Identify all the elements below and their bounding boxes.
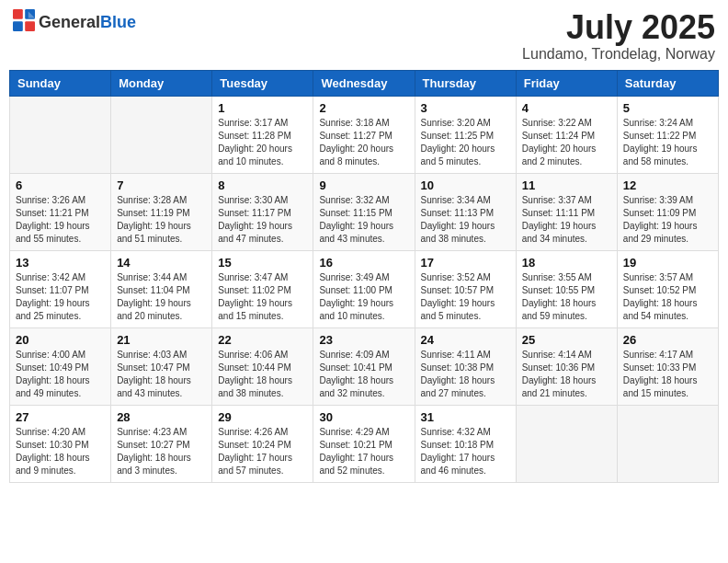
calendar-day-16: 16Sunrise: 3:49 AM Sunset: 11:00 PM Dayl… bbox=[313, 250, 415, 327]
calendar-day-13: 13Sunrise: 3:42 AM Sunset: 11:07 PM Dayl… bbox=[10, 250, 111, 327]
calendar-week-row: 20Sunrise: 4:00 AM Sunset: 10:49 PM Dayl… bbox=[10, 327, 719, 405]
logo-blue: Blue bbox=[100, 13, 136, 31]
day-number: 26 bbox=[623, 333, 712, 347]
day-number: 23 bbox=[319, 333, 408, 347]
calendar-week-row: 27Sunrise: 4:20 AM Sunset: 10:30 PM Dayl… bbox=[10, 405, 719, 482]
calendar-day-12: 12Sunrise: 3:39 AM Sunset: 11:09 PM Dayl… bbox=[617, 173, 718, 250]
calendar-empty-cell bbox=[516, 405, 617, 482]
calendar-empty-cell bbox=[10, 96, 111, 173]
day-number: 31 bbox=[421, 410, 510, 424]
location-title: Lundamo, Trondelag, Norway bbox=[522, 46, 715, 63]
calendar-day-26: 26Sunrise: 4:17 AM Sunset: 10:33 PM Dayl… bbox=[617, 327, 718, 405]
calendar-empty-cell bbox=[617, 405, 718, 482]
day-number: 18 bbox=[522, 256, 611, 270]
day-number: 9 bbox=[319, 178, 408, 192]
logo-icon bbox=[13, 9, 35, 35]
calendar-day-2: 2Sunrise: 3:18 AM Sunset: 11:27 PM Dayli… bbox=[313, 96, 415, 173]
day-info: Sunrise: 3:32 AM Sunset: 11:15 PM Daylig… bbox=[319, 194, 408, 246]
day-number: 15 bbox=[218, 256, 307, 270]
day-number: 20 bbox=[16, 333, 105, 347]
day-info: Sunrise: 4:26 AM Sunset: 10:24 PM Daylig… bbox=[218, 426, 307, 477]
day-info: Sunrise: 4:29 AM Sunset: 10:21 PM Daylig… bbox=[319, 426, 408, 477]
calendar-day-23: 23Sunrise: 4:09 AM Sunset: 10:41 PM Dayl… bbox=[313, 327, 415, 405]
title-area: July 2025 Lundamo, Trondelag, Norway bbox=[522, 9, 715, 63]
calendar-day-6: 6Sunrise: 3:26 AM Sunset: 11:21 PM Dayli… bbox=[10, 173, 111, 250]
day-info: Sunrise: 3:30 AM Sunset: 11:17 PM Daylig… bbox=[218, 194, 307, 246]
calendar-empty-cell bbox=[111, 96, 212, 173]
day-number: 28 bbox=[117, 410, 206, 424]
calendar-day-9: 9Sunrise: 3:32 AM Sunset: 11:15 PM Dayli… bbox=[313, 173, 415, 250]
day-number: 11 bbox=[522, 178, 611, 192]
logo: GeneralBlue bbox=[13, 9, 136, 35]
calendar-header-wednesday: Wednesday bbox=[313, 70, 415, 96]
calendar-week-row: 13Sunrise: 3:42 AM Sunset: 11:07 PM Dayl… bbox=[10, 250, 719, 327]
calendar-day-31: 31Sunrise: 4:32 AM Sunset: 10:18 PM Dayl… bbox=[415, 405, 516, 482]
day-info: Sunrise: 3:55 AM Sunset: 10:55 PM Daylig… bbox=[522, 271, 611, 323]
day-info: Sunrise: 4:32 AM Sunset: 10:18 PM Daylig… bbox=[421, 426, 510, 477]
day-number: 6 bbox=[16, 178, 105, 192]
calendar-day-14: 14Sunrise: 3:44 AM Sunset: 11:04 PM Dayl… bbox=[111, 250, 212, 327]
month-title: July 2025 bbox=[522, 9, 715, 46]
day-info: Sunrise: 3:17 AM Sunset: 11:28 PM Daylig… bbox=[218, 117, 307, 168]
day-info: Sunrise: 3:47 AM Sunset: 11:02 PM Daylig… bbox=[218, 271, 307, 323]
day-number: 4 bbox=[522, 101, 611, 115]
day-info: Sunrise: 4:14 AM Sunset: 10:36 PM Daylig… bbox=[522, 349, 611, 400]
calendar-day-11: 11Sunrise: 3:37 AM Sunset: 11:11 PM Dayl… bbox=[516, 173, 617, 250]
calendar-day-30: 30Sunrise: 4:29 AM Sunset: 10:21 PM Dayl… bbox=[313, 405, 415, 482]
day-info: Sunrise: 4:11 AM Sunset: 10:38 PM Daylig… bbox=[421, 349, 510, 400]
day-number: 10 bbox=[421, 178, 510, 192]
calendar-header-monday: Monday bbox=[111, 70, 212, 96]
day-info: Sunrise: 4:06 AM Sunset: 10:44 PM Daylig… bbox=[218, 349, 307, 400]
day-number: 14 bbox=[117, 256, 206, 270]
calendar-day-28: 28Sunrise: 4:23 AM Sunset: 10:27 PM Dayl… bbox=[111, 405, 212, 482]
calendar-day-29: 29Sunrise: 4:26 AM Sunset: 10:24 PM Dayl… bbox=[212, 405, 313, 482]
day-info: Sunrise: 3:20 AM Sunset: 11:25 PM Daylig… bbox=[421, 117, 510, 168]
calendar-day-19: 19Sunrise: 3:57 AM Sunset: 10:52 PM Dayl… bbox=[617, 250, 718, 327]
calendar-day-25: 25Sunrise: 4:14 AM Sunset: 10:36 PM Dayl… bbox=[516, 327, 617, 405]
day-number: 8 bbox=[218, 178, 307, 192]
day-info: Sunrise: 4:00 AM Sunset: 10:49 PM Daylig… bbox=[16, 349, 105, 400]
day-info: Sunrise: 4:20 AM Sunset: 10:30 PM Daylig… bbox=[16, 426, 105, 477]
calendar-header-sunday: Sunday bbox=[10, 70, 111, 96]
calendar-day-3: 3Sunrise: 3:20 AM Sunset: 11:25 PM Dayli… bbox=[415, 96, 516, 173]
calendar-header-tuesday: Tuesday bbox=[212, 70, 313, 96]
day-number: 29 bbox=[218, 410, 307, 424]
calendar-day-20: 20Sunrise: 4:00 AM Sunset: 10:49 PM Dayl… bbox=[10, 327, 111, 405]
day-info: Sunrise: 3:24 AM Sunset: 11:22 PM Daylig… bbox=[623, 117, 712, 168]
day-number: 5 bbox=[623, 101, 712, 115]
calendar-day-24: 24Sunrise: 4:11 AM Sunset: 10:38 PM Dayl… bbox=[415, 327, 516, 405]
day-info: Sunrise: 3:39 AM Sunset: 11:09 PM Daylig… bbox=[623, 194, 712, 246]
calendar-week-row: 6Sunrise: 3:26 AM Sunset: 11:21 PM Dayli… bbox=[10, 173, 719, 250]
calendar-header-friday: Friday bbox=[516, 70, 617, 96]
day-info: Sunrise: 3:18 AM Sunset: 11:27 PM Daylig… bbox=[319, 117, 408, 168]
day-info: Sunrise: 3:28 AM Sunset: 11:19 PM Daylig… bbox=[117, 194, 206, 246]
day-number: 12 bbox=[623, 178, 712, 192]
day-number: 24 bbox=[421, 333, 510, 347]
day-number: 13 bbox=[16, 256, 105, 270]
svg-rect-0 bbox=[13, 9, 23, 19]
calendar-day-15: 15Sunrise: 3:47 AM Sunset: 11:02 PM Dayl… bbox=[212, 250, 313, 327]
day-info: Sunrise: 4:17 AM Sunset: 10:33 PM Daylig… bbox=[623, 349, 712, 400]
calendar-day-18: 18Sunrise: 3:55 AM Sunset: 10:55 PM Dayl… bbox=[516, 250, 617, 327]
day-info: Sunrise: 3:49 AM Sunset: 11:00 PM Daylig… bbox=[319, 271, 408, 323]
day-number: 16 bbox=[319, 256, 408, 270]
day-info: Sunrise: 3:44 AM Sunset: 11:04 PM Daylig… bbox=[117, 271, 206, 323]
calendar-week-row: 1Sunrise: 3:17 AM Sunset: 11:28 PM Dayli… bbox=[10, 96, 719, 173]
day-info: Sunrise: 3:26 AM Sunset: 11:21 PM Daylig… bbox=[16, 194, 105, 246]
day-number: 2 bbox=[319, 101, 408, 115]
day-number: 1 bbox=[218, 101, 307, 115]
calendar-day-7: 7Sunrise: 3:28 AM Sunset: 11:19 PM Dayli… bbox=[111, 173, 212, 250]
calendar-day-27: 27Sunrise: 4:20 AM Sunset: 10:30 PM Dayl… bbox=[10, 405, 111, 482]
logo-text: GeneralBlue bbox=[39, 14, 136, 31]
svg-rect-2 bbox=[13, 21, 23, 31]
calendar-day-4: 4Sunrise: 3:22 AM Sunset: 11:24 PM Dayli… bbox=[516, 96, 617, 173]
day-number: 25 bbox=[522, 333, 611, 347]
page-header: GeneralBlue July 2025 Lundamo, Trondelag… bbox=[9, 9, 719, 63]
calendar-day-10: 10Sunrise: 3:34 AM Sunset: 11:13 PM Dayl… bbox=[415, 173, 516, 250]
day-number: 30 bbox=[319, 410, 408, 424]
day-info: Sunrise: 3:42 AM Sunset: 11:07 PM Daylig… bbox=[16, 271, 105, 323]
day-number: 7 bbox=[117, 178, 206, 192]
calendar-day-17: 17Sunrise: 3:52 AM Sunset: 10:57 PM Dayl… bbox=[415, 250, 516, 327]
day-info: Sunrise: 4:03 AM Sunset: 10:47 PM Daylig… bbox=[117, 349, 206, 400]
day-info: Sunrise: 3:52 AM Sunset: 10:57 PM Daylig… bbox=[421, 271, 510, 323]
